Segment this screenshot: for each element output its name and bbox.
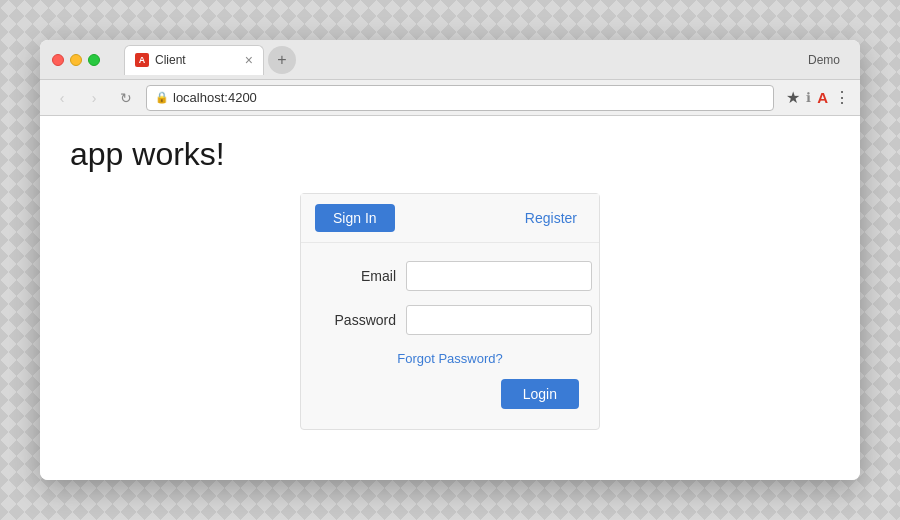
tab-area: A Client × + [124,45,800,75]
register-tab[interactable]: Register [517,204,585,232]
demo-label: Demo [808,53,848,67]
tab-favicon: A [135,53,149,67]
back-button[interactable]: ‹ [50,86,74,110]
password-label: Password [321,312,396,328]
address-bar: ‹ › ↻ 🔒 localhost:4200 ★ ℹ A ⋮ [40,80,860,116]
bookmark-icon[interactable]: ★ [786,88,800,107]
card-tabs: Sign In Register [301,194,599,243]
email-label: Email [321,268,396,284]
address-input[interactable]: 🔒 localhost:4200 [146,85,774,111]
email-input[interactable] [406,261,592,291]
login-button[interactable]: Login [501,379,579,409]
forgot-password-link[interactable]: Forgot Password? [397,351,503,366]
login-card: Sign In Register Email Password Forgot P… [300,193,600,430]
tab-title: Client [155,53,186,67]
password-input[interactable] [406,305,592,335]
app-heading: app works! [70,136,830,173]
minimize-button[interactable] [70,54,82,66]
address-text: localhost:4200 [173,90,257,105]
forward-icon: › [92,90,97,106]
card-body: Email Password Forgot Password? Login [301,243,599,429]
refresh-icon: ↻ [120,90,132,106]
back-icon: ‹ [60,90,65,106]
browser-tab[interactable]: A Client × [124,45,264,75]
lock-icon: 🔒 [155,91,169,104]
page-content: app works! Sign In Register Email Passwo… [40,116,860,480]
browser-window: A Client × + Demo ‹ › ↻ 🔒 localhost:4200… [40,40,860,480]
tab-close-icon[interactable]: × [245,53,253,67]
new-tab-button[interactable]: + [268,46,296,74]
close-button[interactable] [52,54,64,66]
login-btn-row: Login [321,379,579,409]
refresh-button[interactable]: ↻ [114,86,138,110]
email-row: Email [321,261,579,291]
maximize-button[interactable] [88,54,100,66]
forgot-row: Forgot Password? [321,349,579,367]
info-icon[interactable]: ℹ [806,90,811,105]
password-row: Password [321,305,579,335]
forward-button[interactable]: › [82,86,106,110]
title-bar: A Client × + Demo [40,40,860,80]
toolbar-icons: ★ ℹ A ⋮ [786,88,850,107]
menu-icon[interactable]: ⋮ [834,88,850,107]
signin-tab[interactable]: Sign In [315,204,395,232]
account-icon[interactable]: A [817,89,828,106]
traffic-lights [52,54,100,66]
